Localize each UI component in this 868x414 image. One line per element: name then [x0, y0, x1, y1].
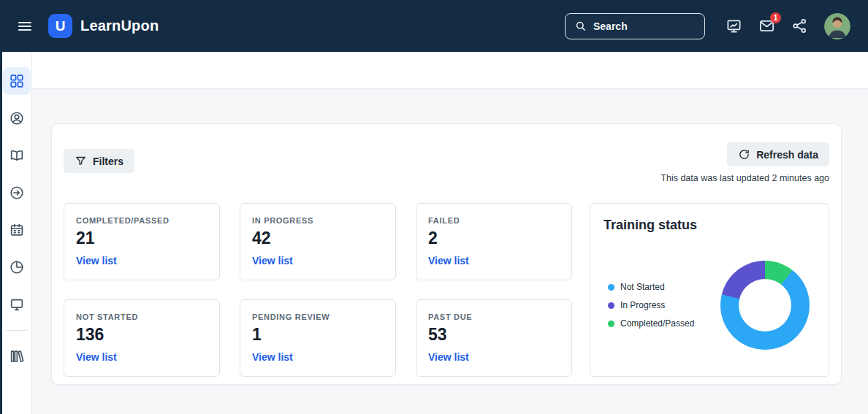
display-icon[interactable] [726, 18, 742, 34]
stat-card-failed: FAILED 2 View list [416, 203, 572, 280]
stat-label: FAILED [428, 216, 560, 225]
sessions-calendar-icon [9, 222, 25, 238]
training-status-title: Training status [604, 218, 815, 233]
sidebar-item-sessions[interactable] [3, 216, 31, 244]
dashboard-grid-icon [9, 73, 25, 89]
filters-button[interactable]: Filters [64, 149, 134, 173]
stat-label: IN PROGRESS [252, 216, 384, 225]
courses-book-icon [9, 147, 25, 164]
legend-label: Not Started [620, 282, 665, 292]
legend-dot [608, 284, 614, 291]
stat-value: 1 [252, 325, 384, 345]
user-avatar[interactable] [824, 13, 850, 39]
stat-value: 42 [252, 229, 384, 248]
legend-dot [608, 302, 614, 309]
view-list-link[interactable]: View list [252, 255, 384, 267]
view-list-link[interactable]: View list [428, 351, 560, 363]
hamburger-menu-icon[interactable] [16, 18, 34, 35]
stat-value: 2 [428, 229, 560, 248]
stat-label: PENDING REVIEW [252, 313, 384, 321]
stat-card-past-due: PAST DUE 53 View list [416, 299, 572, 377]
stat-card-not-started: NOT STARTED 136 View list [64, 299, 220, 377]
dashboard-panel: Filters Refresh data This data was last … [51, 123, 842, 385]
sidebar-item-screen[interactable] [3, 291, 31, 318]
refresh-button-label: Refresh data [756, 149, 818, 161]
legend-dot [608, 321, 614, 327]
filters-button-label: Filters [93, 156, 123, 167]
content-area: Filters Refresh data This data was last … [32, 89, 868, 414]
search-icon [574, 20, 587, 32]
page-header-strip [32, 52, 868, 89]
stat-card-completed-passed: COMPLETED/PASSED 21 View list [64, 203, 220, 280]
sidebar-divider [6, 330, 28, 331]
stat-label: PAST DUE [428, 313, 560, 321]
mail-icon[interactable]: 1 [758, 18, 775, 34]
brand-logo-group[interactable]: U LearnUpon [48, 14, 159, 38]
legend-item-not-started: Not Started [608, 282, 694, 292]
catalog-library-icon [9, 348, 25, 364]
main-area: Filters Refresh data This data was last … [32, 52, 868, 414]
sidebar-item-users[interactable] [3, 104, 31, 132]
sidebar-item-dashboard[interactable] [3, 67, 31, 95]
training-status-card: Training status Not Started In Progress [590, 203, 829, 377]
refresh-data-button[interactable]: Refresh data [727, 142, 829, 166]
training-status-donut [720, 261, 810, 350]
mail-badge: 1 [770, 12, 781, 23]
legend-item-completed-passed: Completed/Passed [608, 318, 694, 329]
view-list-link[interactable]: View list [76, 255, 208, 267]
stat-value: 53 [428, 325, 560, 345]
stat-value: 136 [76, 325, 208, 345]
stat-card-in-progress: IN PROGRESS 42 View list [240, 203, 396, 280]
sidebar-item-courses[interactable] [3, 142, 31, 169]
reports-pie-icon [9, 259, 25, 275]
enrollments-icon [9, 185, 25, 201]
donut-hole [739, 279, 791, 331]
brand-name: LearnUpon [80, 18, 159, 34]
sidebar [2, 52, 32, 414]
top-navbar: U LearnUpon 1 [0, 0, 868, 52]
refresh-icon [738, 148, 750, 161]
stat-label: NOT STARTED [76, 313, 208, 321]
filter-funnel-icon [75, 155, 87, 167]
share-network-icon[interactable] [791, 18, 808, 34]
view-list-link[interactable]: View list [428, 255, 560, 267]
legend-label: In Progress [620, 300, 665, 310]
sidebar-item-catalog[interactable] [3, 342, 31, 370]
screen-icon [9, 296, 25, 313]
last-updated-text: This data was last updated 2 minutes ago [660, 173, 829, 183]
sidebar-item-reports[interactable] [3, 253, 31, 281]
view-list-link[interactable]: View list [76, 351, 208, 363]
sidebar-item-enrollments[interactable] [3, 179, 31, 207]
stats-grid: COMPLETED/PASSED 21 View list IN PROGRES… [64, 203, 572, 377]
navbar-icons: 1 [726, 13, 850, 39]
legend-item-in-progress: In Progress [608, 300, 694, 310]
search-box[interactable] [565, 13, 705, 39]
stat-card-pending-review: PENDING REVIEW 1 View list [240, 299, 396, 377]
stat-value: 21 [76, 229, 208, 248]
legend-label: Completed/Passed [620, 318, 694, 329]
chart-legend: Not Started In Progress Completed/Passed [608, 282, 694, 329]
stat-label: COMPLETED/PASSED [76, 216, 208, 225]
search-input[interactable] [593, 20, 696, 32]
view-list-link[interactable]: View list [252, 351, 384, 363]
users-icon [9, 110, 25, 126]
learnupon-logo-icon: U [48, 14, 72, 38]
